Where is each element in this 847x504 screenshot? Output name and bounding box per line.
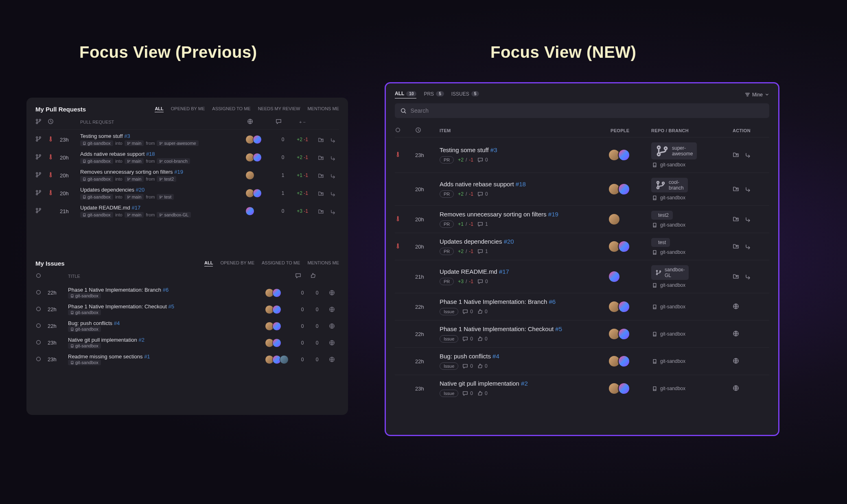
repo-name: git-sandbox (651, 386, 733, 391)
time: 23h (415, 386, 440, 392)
arrow-icon[interactable] (327, 172, 339, 179)
diff: +2 -1 (290, 155, 315, 160)
item-title: Phase 1 Native Implementation: Checkout … (440, 325, 611, 332)
list-row[interactable]: 21hUpdate README.md #17PR+3 / -1 0 sandb… (395, 260, 769, 293)
repo-name: git-sandbox (651, 358, 733, 364)
globe-icon[interactable] (733, 330, 739, 338)
repo-info: git-sandbox (68, 310, 267, 315)
arrow-icon[interactable] (327, 137, 339, 143)
folder-icon[interactable] (315, 172, 327, 179)
comment-count: 0 (462, 336, 473, 342)
globe-icon[interactable] (733, 303, 739, 311)
comment-count: 0 (295, 290, 310, 296)
folder-icon[interactable] (315, 155, 327, 161)
arrow-icon[interactable] (745, 273, 751, 281)
diff: +3 / -1 (458, 279, 473, 284)
pr-title: Adds native rebase support #18 (80, 151, 247, 157)
circle-icon (35, 306, 48, 313)
list-row[interactable]: 20hAdds native rebase support #18PR+2 / … (395, 172, 769, 205)
folder-icon[interactable] (315, 190, 327, 196)
list-row[interactable]: 23hNative git pull implementation #2Issu… (395, 375, 769, 402)
svg-point-36 (127, 197, 128, 198)
svg-point-76 (657, 271, 658, 272)
folder-icon[interactable] (733, 216, 739, 223)
pr-row[interactable]: 21hUpdate README.md #17 git-sandbox into… (35, 201, 339, 219)
thumb-count: 0 (310, 323, 324, 329)
issue-row[interactable]: 22hPhase 1 Native Implementation: Checko… (35, 300, 339, 317)
filter-mentions-me[interactable]: MENTIONS ME (307, 260, 339, 266)
pr-row[interactable]: 20hUpdates dependencies #20 git-sandbox … (35, 183, 339, 201)
globe-icon[interactable] (324, 323, 339, 329)
tab-prs[interactable]: PRS5 (424, 91, 444, 98)
issue-row[interactable]: 23hReadme missing some sections #1 git-s… (35, 350, 339, 367)
filter-assigned-to-me[interactable]: ASSIGNED TO ME (262, 260, 300, 266)
pr-row[interactable]: 20hAdds native rebase support #18 git-sa… (35, 148, 339, 166)
repo-info: git-sandbox (68, 360, 267, 365)
thumb-count: 0 (310, 290, 324, 296)
diff: +2 / -1 (458, 249, 473, 254)
tab-all[interactable]: ALL10 (395, 91, 416, 98)
arrow-icon[interactable] (745, 216, 751, 223)
arrow-icon[interactable] (745, 243, 751, 251)
folder-icon[interactable] (733, 151, 739, 159)
tab-issues[interactable]: ISSUES5 (451, 91, 479, 98)
svg-point-28 (129, 178, 130, 179)
avatars (611, 213, 651, 225)
comment-count: 0 (462, 391, 473, 396)
list-row[interactable]: 23hTesting some stuff #3PR+2 / -1 0 supe… (395, 137, 769, 172)
globe-icon[interactable] (324, 290, 339, 296)
svg-point-39 (160, 197, 161, 198)
pr-row[interactable]: 23hTesting some stuff #3 git-sandbox int… (35, 130, 339, 148)
pr-section-title: My Pull Requests (35, 106, 86, 113)
clock-icon (48, 118, 60, 125)
pr-row[interactable]: 20hRemoves unnecessary sorting on filter… (35, 166, 339, 183)
globe-icon[interactable] (733, 358, 739, 365)
folder-icon[interactable] (733, 243, 739, 251)
arrow-icon[interactable] (327, 208, 339, 214)
avatars (247, 135, 276, 144)
filter-all[interactable]: ALL (155, 106, 163, 112)
filter-opened-by-me[interactable]: OPENED BY ME (171, 106, 205, 112)
arrow-icon[interactable] (745, 151, 751, 159)
svg-point-35 (127, 196, 128, 196)
temperature-icon (48, 154, 60, 161)
folder-icon[interactable] (315, 137, 327, 143)
arrow-icon[interactable] (327, 190, 339, 196)
repo-name: git-sandbox (651, 195, 733, 201)
pr-title: Updates dependencies #20 (80, 187, 247, 193)
issue-row[interactable]: 22hPhase 1 Native Implementation: Branch… (35, 284, 339, 300)
folder-icon[interactable] (733, 273, 739, 281)
arrow-icon[interactable] (327, 155, 339, 161)
filter-assigned-to-me[interactable]: ASSIGNED TO ME (212, 106, 250, 112)
svg-point-59 (37, 357, 40, 360)
thumb-count: 0 (477, 363, 488, 369)
mine-dropdown[interactable]: Mine (745, 92, 769, 98)
list-row[interactable]: 22hPhase 1 Native Implementation: Branch… (395, 293, 769, 320)
comment-count: 1 (477, 221, 488, 227)
svg-point-8 (127, 142, 128, 143)
filter-mentions-me[interactable]: MENTIONS ME (307, 106, 339, 112)
list-row[interactable]: 20hUpdates dependencies #20PR+2 / -1 1 t… (395, 233, 769, 260)
issue-row[interactable]: 23hNative git pull implementation #2 git… (35, 334, 339, 350)
filter-opened-by-me[interactable]: OPENED BY ME (220, 260, 254, 266)
issue-row[interactable]: 22hBug: push conflicts #4 git-sandbox00 (35, 317, 339, 334)
circle-icon (35, 339, 48, 347)
branch-info: git-sandbox into main from super-awesome (80, 140, 247, 146)
list-row[interactable]: 22hBug: push conflicts #4Issue 0 0 git-s… (395, 347, 769, 375)
column-headers: ITEM PEOPLE REPO / BRANCH ACTION (395, 124, 769, 137)
arrow-icon[interactable] (745, 185, 751, 193)
folder-icon[interactable] (315, 208, 327, 214)
filter-all[interactable]: ALL (204, 260, 213, 266)
thumb-count: 0 (477, 336, 488, 342)
globe-icon[interactable] (324, 356, 339, 362)
globe-icon[interactable] (324, 340, 339, 346)
list-row[interactable]: 20hRemoves unnecessary sorting on filter… (395, 205, 769, 233)
globe-icon[interactable] (733, 385, 739, 393)
svg-point-68 (657, 187, 659, 189)
folder-icon[interactable] (733, 185, 739, 193)
globe-icon[interactable] (324, 306, 339, 312)
item-title: Updates dependencies #20 (440, 238, 611, 245)
list-row[interactable]: 22hPhase 1 Native Implementation: Checko… (395, 320, 769, 347)
filter-needs-my-review[interactable]: NEEDS MY REVIEW (258, 106, 300, 112)
search-input[interactable] (395, 103, 769, 118)
